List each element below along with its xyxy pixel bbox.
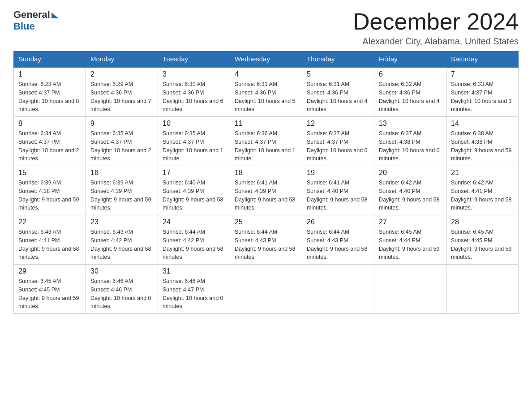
day-info: Sunrise: 6:45 AMSunset: 4:45 PMDaylight:… <box>451 229 512 260</box>
calendar-cell: 9 Sunrise: 6:35 AMSunset: 4:37 PMDayligh… <box>86 117 158 166</box>
day-info: Sunrise: 6:43 AMSunset: 4:42 PMDaylight:… <box>90 229 151 260</box>
calendar-cell: 27 Sunrise: 6:45 AMSunset: 4:44 PMDaylig… <box>374 215 446 265</box>
calendar-cell: 21 Sunrise: 6:42 AMSunset: 4:41 PMDaylig… <box>446 166 519 215</box>
day-info: Sunrise: 6:39 AMSunset: 4:38 PMDaylight:… <box>18 180 79 211</box>
day-info: Sunrise: 6:40 AMSunset: 4:39 PMDaylight:… <box>163 180 223 211</box>
day-number: 16 <box>90 169 153 177</box>
day-number: 30 <box>90 267 153 275</box>
day-info: Sunrise: 6:36 AMSunset: 4:37 PMDaylight:… <box>235 130 296 162</box>
calendar-table: SundayMondayTuesdayWednesdayThursdayFrid… <box>13 51 519 314</box>
calendar-cell: 18 Sunrise: 6:41 AMSunset: 4:39 PMDaylig… <box>230 166 302 215</box>
day-number: 5 <box>307 70 369 78</box>
day-info: Sunrise: 6:46 AMSunset: 4:47 PMDaylight:… <box>163 278 223 309</box>
calendar-cell: 11 Sunrise: 6:36 AMSunset: 4:37 PMDaylig… <box>230 117 302 166</box>
calendar-cell: 15 Sunrise: 6:39 AMSunset: 4:38 PMDaylig… <box>14 166 86 215</box>
day-info: Sunrise: 6:41 AMSunset: 4:40 PMDaylight:… <box>307 180 368 211</box>
calendar-cell: 14 Sunrise: 6:38 AMSunset: 4:38 PMDaylig… <box>446 117 519 166</box>
day-info: Sunrise: 6:43 AMSunset: 4:41 PMDaylight:… <box>18 229 79 260</box>
day-number: 12 <box>307 120 369 128</box>
day-info: Sunrise: 6:31 AMSunset: 4:36 PMDaylight:… <box>235 81 296 112</box>
day-number: 21 <box>451 169 514 177</box>
page-header: General Blue December 2024 Alexander Cit… <box>13 9 519 47</box>
calendar-cell <box>374 265 446 314</box>
day-number: 11 <box>235 120 297 128</box>
day-info: Sunrise: 6:42 AMSunset: 4:40 PMDaylight:… <box>379 180 440 211</box>
day-number: 31 <box>163 267 225 275</box>
day-number: 4 <box>235 70 297 78</box>
day-info: Sunrise: 6:33 AMSunset: 4:37 PMDaylight:… <box>451 81 512 112</box>
calendar-cell: 13 Sunrise: 6:37 AMSunset: 4:38 PMDaylig… <box>374 117 446 166</box>
day-number: 23 <box>90 218 153 226</box>
calendar-week-3: 15 Sunrise: 6:39 AMSunset: 4:38 PMDaylig… <box>14 166 519 215</box>
day-info: Sunrise: 6:35 AMSunset: 4:37 PMDaylight:… <box>90 130 151 162</box>
calendar-cell <box>302 265 374 314</box>
calendar-header-saturday: Saturday <box>446 51 519 67</box>
day-number: 17 <box>163 169 225 177</box>
calendar-week-4: 22 Sunrise: 6:43 AMSunset: 4:41 PMDaylig… <box>14 215 519 265</box>
day-info: Sunrise: 6:46 AMSunset: 4:46 PMDaylight:… <box>90 278 151 309</box>
day-number: 28 <box>451 218 514 226</box>
calendar-cell: 26 Sunrise: 6:44 AMSunset: 4:43 PMDaylig… <box>302 215 374 265</box>
day-number: 22 <box>18 218 81 226</box>
calendar-week-2: 8 Sunrise: 6:34 AMSunset: 4:37 PMDayligh… <box>14 117 519 166</box>
calendar-cell: 8 Sunrise: 6:34 AMSunset: 4:37 PMDayligh… <box>14 117 86 166</box>
day-info: Sunrise: 6:34 AMSunset: 4:37 PMDaylight:… <box>18 130 79 162</box>
title-section: December 2024 Alexander City, Alabama, U… <box>353 9 519 47</box>
day-number: 27 <box>379 218 442 226</box>
calendar-header-monday: Monday <box>86 51 158 67</box>
calendar-cell: 31 Sunrise: 6:46 AMSunset: 4:47 PMDaylig… <box>158 265 230 314</box>
calendar-cell: 10 Sunrise: 6:35 AMSunset: 4:37 PMDaylig… <box>158 117 230 166</box>
day-number: 7 <box>451 70 514 78</box>
logo-arrow-icon <box>51 13 59 18</box>
day-number: 26 <box>307 218 369 226</box>
main-title: December 2024 <box>353 9 519 34</box>
day-number: 2 <box>90 70 153 78</box>
day-info: Sunrise: 6:30 AMSunset: 4:36 PMDaylight:… <box>163 81 223 112</box>
calendar-cell: 29 Sunrise: 6:45 AMSunset: 4:45 PMDaylig… <box>14 265 86 314</box>
day-info: Sunrise: 6:31 AMSunset: 4:36 PMDaylight:… <box>307 81 368 112</box>
calendar-header-friday: Friday <box>374 51 446 67</box>
day-info: Sunrise: 6:42 AMSunset: 4:41 PMDaylight:… <box>451 180 512 211</box>
calendar-cell: 24 Sunrise: 6:44 AMSunset: 4:42 PMDaylig… <box>158 215 230 265</box>
calendar-cell: 4 Sunrise: 6:31 AMSunset: 4:36 PMDayligh… <box>230 67 302 117</box>
day-info: Sunrise: 6:32 AMSunset: 4:36 PMDaylight:… <box>379 81 440 112</box>
calendar-header-tuesday: Tuesday <box>158 51 230 67</box>
day-number: 19 <box>307 169 369 177</box>
calendar-cell: 7 Sunrise: 6:33 AMSunset: 4:37 PMDayligh… <box>446 67 519 117</box>
calendar-header-row: SundayMondayTuesdayWednesdayThursdayFrid… <box>14 51 519 67</box>
day-info: Sunrise: 6:44 AMSunset: 4:42 PMDaylight:… <box>163 229 223 260</box>
day-number: 14 <box>451 120 514 128</box>
calendar-cell: 25 Sunrise: 6:44 AMSunset: 4:43 PMDaylig… <box>230 215 302 265</box>
day-number: 9 <box>90 120 153 128</box>
calendar-week-1: 1 Sunrise: 6:28 AMSunset: 4:37 PMDayligh… <box>14 67 519 117</box>
day-info: Sunrise: 6:39 AMSunset: 4:39 PMDaylight:… <box>90 180 151 211</box>
day-number: 15 <box>18 169 81 177</box>
day-info: Sunrise: 6:44 AMSunset: 4:43 PMDaylight:… <box>235 229 296 260</box>
day-info: Sunrise: 6:44 AMSunset: 4:43 PMDaylight:… <box>307 229 368 260</box>
calendar-cell: 16 Sunrise: 6:39 AMSunset: 4:39 PMDaylig… <box>86 166 158 215</box>
logo-blue-text: Blue <box>13 21 35 32</box>
calendar-cell: 1 Sunrise: 6:28 AMSunset: 4:37 PMDayligh… <box>14 67 86 117</box>
day-number: 20 <box>379 169 442 177</box>
calendar-header-thursday: Thursday <box>302 51 374 67</box>
day-number: 13 <box>379 120 442 128</box>
calendar-week-5: 29 Sunrise: 6:45 AMSunset: 4:45 PMDaylig… <box>14 265 519 314</box>
day-info: Sunrise: 6:45 AMSunset: 4:44 PMDaylight:… <box>379 229 440 260</box>
calendar-cell: 20 Sunrise: 6:42 AMSunset: 4:40 PMDaylig… <box>374 166 446 215</box>
calendar-cell <box>446 265 519 314</box>
calendar-cell: 12 Sunrise: 6:37 AMSunset: 4:37 PMDaylig… <box>302 117 374 166</box>
calendar-cell: 17 Sunrise: 6:40 AMSunset: 4:39 PMDaylig… <box>158 166 230 215</box>
calendar-cell: 30 Sunrise: 6:46 AMSunset: 4:46 PMDaylig… <box>86 265 158 314</box>
day-number: 3 <box>163 70 225 78</box>
calendar-header-wednesday: Wednesday <box>230 51 302 67</box>
day-info: Sunrise: 6:35 AMSunset: 4:37 PMDaylight:… <box>163 130 223 162</box>
calendar-header-sunday: Sunday <box>14 51 86 67</box>
day-number: 24 <box>163 218 225 226</box>
calendar-cell: 22 Sunrise: 6:43 AMSunset: 4:41 PMDaylig… <box>14 215 86 265</box>
logo: General Blue <box>13 9 59 32</box>
day-number: 29 <box>18 267 81 275</box>
day-info: Sunrise: 6:28 AMSunset: 4:37 PMDaylight:… <box>18 81 79 112</box>
calendar-cell: 3 Sunrise: 6:30 AMSunset: 4:36 PMDayligh… <box>158 67 230 117</box>
day-info: Sunrise: 6:37 AMSunset: 4:38 PMDaylight:… <box>379 130 440 162</box>
day-number: 1 <box>18 70 81 78</box>
